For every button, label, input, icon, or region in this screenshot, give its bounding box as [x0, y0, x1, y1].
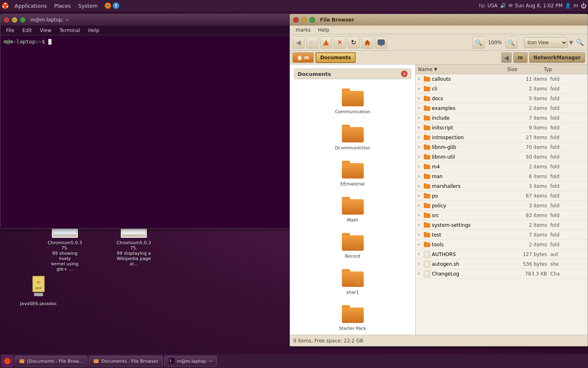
- row-expand-button[interactable]: +: [416, 135, 422, 140]
- table-row[interactable]: + include 7 items fold: [416, 113, 588, 123]
- table-row[interactable]: + system-settings 2 items fold: [416, 220, 588, 230]
- table-row[interactable]: + 📄 ChangeLog 783.3 KB Cha: [416, 269, 588, 279]
- fb-location-home[interactable]: m: [292, 52, 314, 63]
- folder-icon: [341, 304, 365, 324]
- fb-menu-help[interactable]: Help: [315, 27, 332, 33]
- fb-stop-button[interactable]: ✕: [334, 37, 346, 49]
- fb-icon-panel-close-button[interactable]: ✕: [401, 71, 408, 77]
- user-icon[interactable]: 👤: [565, 3, 571, 9]
- fb-icon-panel: Documents ✕ Communication: [290, 65, 416, 335]
- table-row[interactable]: + examples 2 items fold: [416, 103, 588, 113]
- terminal-menu-edit[interactable]: Edit: [19, 27, 35, 34]
- fb-zoom-in-button[interactable]: 🔍: [505, 37, 517, 49]
- table-row[interactable]: + libnm-util 50 items fold: [416, 152, 588, 162]
- table-row[interactable]: + 📄 AUTHORS 127 bytes aut: [416, 250, 588, 259]
- table-row[interactable]: + po 67 items fold: [416, 191, 588, 201]
- mail-icon[interactable]: ✉: [509, 3, 513, 9]
- filebrowser-minimize-button[interactable]: −: [301, 17, 307, 23]
- table-row[interactable]: + introspection 27 items fold: [416, 133, 588, 142]
- filebrowser-close-button[interactable]: ✕: [293, 17, 299, 23]
- volume-icon[interactable]: 🔊: [500, 3, 506, 9]
- system-menu[interactable]: System: [75, 0, 101, 11]
- fb-menu-marks[interactable]: marks: [292, 27, 314, 33]
- fb-breadcrumb-networkmanager[interactable]: NetworkManager: [529, 52, 585, 63]
- taskbar-item-terminal[interactable]: $ m@m-laptop: ~: [164, 356, 217, 366]
- applications-menu[interactable]: Applications: [11, 0, 50, 11]
- row-expand-button[interactable]: +: [416, 174, 422, 179]
- fb-nav-back-button[interactable]: ◀: [501, 52, 512, 63]
- list-item[interactable]: 🔒 shar1: [335, 265, 371, 297]
- fb-view-select[interactable]: Icon View List View Compact View: [524, 37, 568, 48]
- terminal-menu-terminal[interactable]: Terminal: [56, 27, 84, 34]
- taskbar-item-filebrowser2[interactable]: Documents - File Browser: [89, 356, 163, 366]
- list-item[interactable]: Record: [335, 229, 371, 261]
- power-icon[interactable]: ⏻: [581, 2, 586, 9]
- list-item[interactable]: Communication: [335, 85, 371, 117]
- row-expand-button[interactable]: +: [416, 203, 422, 208]
- list-item[interactable]: Math: [335, 193, 371, 225]
- terminal-body[interactable]: m@m-laptop:~$: [0, 35, 292, 228]
- fb-computer-button[interactable]: [375, 37, 387, 49]
- fb-col-size[interactable]: Size: [505, 65, 541, 74]
- table-row[interactable]: + src 83 items fold: [416, 211, 588, 220]
- row-expand-button[interactable]: +: [416, 125, 422, 130]
- row-expand-button[interactable]: +: [416, 96, 422, 101]
- table-row[interactable]: + cli 2 items fold: [416, 84, 588, 94]
- table-row[interactable]: + callouts 11 items fold: [416, 74, 588, 84]
- places-menu[interactable]: Places: [51, 0, 74, 11]
- row-expand-button[interactable]: +: [416, 145, 422, 149]
- row-name-cell: m4: [432, 164, 514, 170]
- list-item[interactable]: EEmaterial: [335, 157, 371, 189]
- filebrowser-maximize-button[interactable]: □: [309, 17, 315, 23]
- table-row[interactable]: + test 7 items fold: [416, 230, 588, 240]
- terminal-menu-help[interactable]: Help: [85, 27, 103, 34]
- fb-location-documents[interactable]: Documents: [315, 52, 356, 63]
- list-item[interactable]: Starter Pack: [335, 301, 371, 334]
- fb-home-button[interactable]: [361, 37, 373, 49]
- taskbar-item-filebrowser1[interactable]: [Documents - File Brow...: [15, 356, 87, 366]
- row-expand-button[interactable]: +: [416, 213, 422, 217]
- row-expand-button[interactable]: +: [416, 116, 422, 120]
- folder-icon: [423, 173, 431, 180]
- row-name-cell: po: [432, 193, 514, 199]
- list-item[interactable]: Dcommuniction: [335, 121, 371, 153]
- row-expand-button[interactable]: +: [416, 155, 422, 159]
- terminal-menu-view[interactable]: View: [36, 27, 54, 34]
- terminal-minimize-button[interactable]: −: [12, 17, 17, 23]
- terminal-maximize-button[interactable]: □: [20, 17, 26, 23]
- fb-back-button[interactable]: ◀: [292, 37, 305, 49]
- row-expand-button[interactable]: +: [416, 164, 422, 169]
- ubuntu-logo-icon[interactable]: [2, 2, 9, 9]
- firefox-icon[interactable]: [104, 2, 112, 9]
- terminal-menu-file[interactable]: File: [3, 27, 17, 34]
- fb-breadcrumb-m[interactable]: m: [513, 52, 528, 63]
- table-row[interactable]: + policy 3 items fold: [416, 201, 588, 211]
- help-icon[interactable]: ?: [112, 2, 120, 9]
- desktop-icon-javadoc[interactable]: ☕ Java JavaSE6-javadoc: [18, 272, 59, 308]
- table-row[interactable]: + m4 2 items fold: [416, 162, 588, 172]
- row-expand-button[interactable]: +: [416, 223, 422, 227]
- fb-reload-button[interactable]: ↻: [348, 37, 360, 49]
- row-expand-button[interactable]: +: [416, 194, 422, 198]
- fb-col-name[interactable]: Name ▼: [416, 65, 505, 74]
- table-row[interactable]: + libnm-glib 70 items fold: [416, 142, 588, 152]
- row-expand-button[interactable]: +: [416, 232, 422, 237]
- fb-up-button[interactable]: [320, 37, 332, 49]
- table-row[interactable]: + tools 2 items fold: [416, 240, 588, 250]
- terminal-close-button[interactable]: ✕: [4, 17, 9, 23]
- table-row[interactable]: + marshallers 3 items fold: [416, 181, 588, 191]
- row-expand-button[interactable]: +: [416, 106, 422, 110]
- fb-search-button[interactable]: 🔍: [575, 37, 585, 48]
- table-row[interactable]: + man 6 items fold: [416, 172, 588, 181]
- row-expand-button[interactable]: +: [416, 242, 422, 247]
- fb-col-type[interactable]: Typ: [541, 65, 588, 74]
- table-row[interactable]: + 📄 autogen.sh 536 bytes she: [416, 259, 588, 269]
- table-row[interactable]: + docs 5 items fold: [416, 94, 588, 103]
- row-expand-button[interactable]: +: [416, 86, 422, 91]
- fb-forward-button[interactable]: ▶: [306, 37, 318, 49]
- fb-zoom-out-button[interactable]: 🔍: [472, 37, 485, 49]
- table-row[interactable]: + initscript 9 items fold: [416, 123, 588, 133]
- row-expand-button[interactable]: +: [416, 184, 422, 188]
- row-expand-button[interactable]: +: [416, 77, 422, 81]
- taskbar-start[interactable]: [2, 355, 13, 367]
